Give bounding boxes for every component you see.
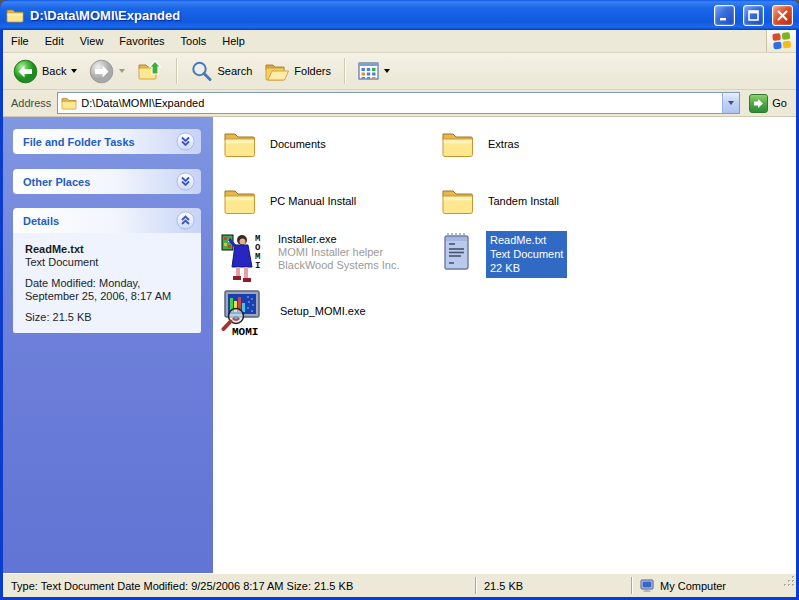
panel-other-places: Other Places bbox=[13, 169, 201, 194]
resize-grip[interactable] bbox=[782, 574, 796, 597]
details-body: ReadMe.txt Text Document Date Modified: … bbox=[13, 233, 201, 333]
menu-view[interactable]: View bbox=[72, 32, 112, 50]
back-label: Back bbox=[42, 65, 66, 77]
search-icon bbox=[190, 60, 213, 83]
file-type: Text Document bbox=[490, 247, 563, 261]
search-button[interactable]: Search bbox=[186, 57, 256, 86]
window-body: File Edit View Favorites Tools Help bbox=[3, 30, 796, 597]
status-location: My Computer bbox=[632, 579, 782, 593]
panel-details: Details ReadMe.txt Text Document Date Mo… bbox=[13, 208, 201, 333]
go-arrow-icon bbox=[749, 94, 768, 113]
minimize-button[interactable] bbox=[714, 5, 735, 26]
address-bar: Address D:\Data\MOMI\Expanded Go bbox=[3, 90, 796, 117]
file-size: 22 KB bbox=[490, 261, 563, 275]
file-tile-tandem-install[interactable]: Tandem Install bbox=[441, 185, 559, 217]
windows-logo bbox=[766, 30, 796, 52]
svg-text:MOMI: MOMI bbox=[232, 326, 258, 338]
details-file-type: Text Document bbox=[25, 256, 191, 268]
file-name: Documents bbox=[270, 138, 326, 150]
menu-tools[interactable]: Tools bbox=[173, 32, 215, 50]
menu-bar: File Edit View Favorites Tools Help bbox=[3, 30, 796, 53]
close-button[interactable] bbox=[772, 5, 793, 26]
my-computer-icon bbox=[640, 579, 655, 593]
file-tile-installer-exe[interactable]: M O M I Installer.exe MOMI Installer hel… bbox=[221, 231, 399, 287]
panel-file-folder-tasks: File and Folder Tasks bbox=[13, 129, 201, 154]
menu-help[interactable]: Help bbox=[214, 32, 253, 50]
chevron-down-icon[interactable] bbox=[176, 132, 195, 151]
installer-app-icon: M O M I bbox=[221, 231, 265, 287]
file-tile-setup-momi-exe[interactable]: MOMI Setup_MOMI.exe bbox=[221, 289, 366, 339]
address-label: Address bbox=[11, 97, 51, 109]
panel-header-file-folder-tasks[interactable]: File and Folder Tasks bbox=[13, 129, 201, 154]
views-icon bbox=[358, 62, 379, 80]
file-tile-documents[interactable]: Documents bbox=[223, 128, 326, 160]
go-label: Go bbox=[772, 97, 787, 109]
file-name: Installer.exe bbox=[278, 233, 399, 246]
menu-edit[interactable]: Edit bbox=[37, 32, 72, 50]
details-date-line2: September 25, 2006, 8:17 AM bbox=[25, 290, 191, 302]
text-document-icon bbox=[441, 231, 473, 273]
file-name: Setup_MOMI.exe bbox=[280, 305, 366, 318]
folders-icon bbox=[264, 60, 290, 83]
panel-header-other-places[interactable]: Other Places bbox=[13, 169, 201, 194]
file-name: PC Manual Install bbox=[270, 195, 356, 207]
explorer-window: D:\Data\MOMI\Expanded File Edit View Fav… bbox=[0, 0, 799, 600]
chevron-down-icon[interactable] bbox=[176, 172, 195, 191]
task-pane: File and Folder Tasks Other Places bbox=[3, 117, 213, 573]
back-button[interactable]: Back bbox=[9, 56, 81, 87]
selected-file-label: ReadMe.txt Text Document 22 KB bbox=[486, 231, 567, 278]
setup-momi-app-icon: MOMI bbox=[221, 289, 267, 339]
up-button[interactable] bbox=[133, 56, 167, 86]
go-button[interactable]: Go bbox=[746, 93, 790, 114]
toolbar-separator bbox=[176, 58, 177, 84]
status-size: 21.5 KB bbox=[476, 580, 631, 592]
details-date-line1: Date Modified: Monday, bbox=[25, 277, 191, 289]
search-label: Search bbox=[217, 65, 252, 77]
title-bar[interactable]: D:\Data\MOMI\Expanded bbox=[0, 0, 799, 30]
file-tile-pc-manual-install[interactable]: PC Manual Install bbox=[223, 185, 356, 217]
address-dropdown-button[interactable] bbox=[722, 93, 739, 113]
address-combo[interactable]: D:\Data\MOMI\Expanded bbox=[57, 92, 740, 114]
maximize-button[interactable] bbox=[743, 5, 764, 26]
views-button[interactable] bbox=[354, 59, 394, 83]
panel-title: Other Places bbox=[23, 176, 90, 188]
address-folder-icon bbox=[61, 96, 77, 110]
status-bar: Type: Text Document Date Modified: 9/25/… bbox=[3, 573, 796, 597]
file-tile-extras[interactable]: Extras bbox=[441, 128, 519, 160]
menu-file[interactable]: File bbox=[3, 32, 37, 50]
folder-icon bbox=[441, 185, 475, 217]
folder-icon bbox=[223, 128, 257, 160]
toolbar-separator bbox=[344, 58, 345, 84]
folder-icon bbox=[6, 7, 24, 23]
forward-icon bbox=[89, 59, 114, 84]
window-title: D:\Data\MOMI\Expanded bbox=[30, 8, 706, 23]
file-list[interactable]: Documents Extras bbox=[213, 117, 796, 573]
svg-text:I: I bbox=[255, 261, 260, 271]
details-size: Size: 21.5 KB bbox=[25, 311, 191, 323]
back-icon bbox=[13, 59, 38, 84]
file-name: Tandem Install bbox=[488, 195, 559, 207]
views-dropdown-icon[interactable] bbox=[384, 69, 390, 73]
file-name: Extras bbox=[488, 138, 519, 150]
address-input[interactable]: D:\Data\MOMI\Expanded bbox=[81, 97, 718, 109]
forward-button[interactable] bbox=[85, 56, 129, 87]
toolbar: Back bbox=[3, 53, 796, 90]
folder-icon bbox=[223, 185, 257, 217]
menu-favorites[interactable]: Favorites bbox=[111, 32, 172, 50]
file-description: MOMI Installer helper bbox=[278, 246, 399, 259]
file-tile-readme-txt[interactable]: ReadMe.txt Text Document 22 KB bbox=[441, 231, 567, 278]
details-file-name: ReadMe.txt bbox=[25, 243, 191, 255]
panel-header-details[interactable]: Details bbox=[13, 208, 201, 233]
back-dropdown-icon[interactable] bbox=[71, 69, 77, 73]
panel-title: File and Folder Tasks bbox=[23, 136, 135, 148]
up-folder-icon bbox=[137, 59, 163, 83]
folders-label: Folders bbox=[294, 65, 331, 77]
status-location-label: My Computer bbox=[660, 580, 726, 592]
folders-button[interactable]: Folders bbox=[260, 57, 335, 86]
forward-dropdown-icon[interactable] bbox=[119, 69, 125, 73]
file-company: BlackWood Systems Inc. bbox=[278, 259, 399, 272]
status-selection-info: Type: Text Document Date Modified: 9/25/… bbox=[3, 580, 475, 592]
chevron-up-icon[interactable] bbox=[176, 211, 195, 230]
panel-title: Details bbox=[23, 215, 59, 227]
folder-icon bbox=[441, 128, 475, 160]
